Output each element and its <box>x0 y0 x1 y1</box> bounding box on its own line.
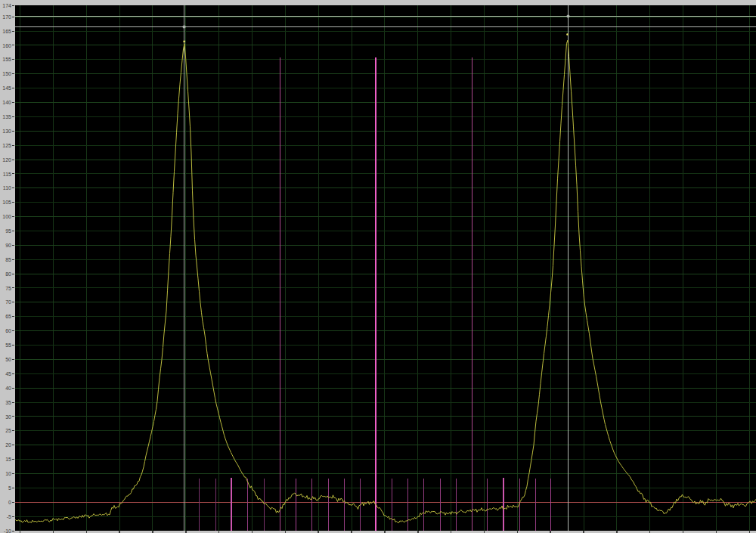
svg-text:45: 45 <box>5 371 11 377</box>
svg-text:174: 174 <box>2 3 11 8</box>
svg-text:65: 65 <box>5 314 11 319</box>
svg-text:-10: -10 <box>4 528 11 533</box>
svg-text:-5: -5 <box>7 514 11 519</box>
svg-text:135: 135 <box>2 114 11 119</box>
svg-text:165: 165 <box>2 29 11 34</box>
svg-text:160: 160 <box>2 43 11 48</box>
svg-text:100: 100 <box>2 214 11 219</box>
svg-text:140: 140 <box>2 100 11 105</box>
svg-text:80: 80 <box>5 271 11 277</box>
svg-text:30: 30 <box>5 414 11 420</box>
svg-text:0: 0 <box>8 500 11 505</box>
svg-text:130: 130 <box>2 129 11 134</box>
svg-text:150: 150 <box>2 71 11 76</box>
svg-text:125: 125 <box>2 143 11 148</box>
svg-text:15: 15 <box>5 457 11 462</box>
svg-text:95: 95 <box>5 228 11 234</box>
svg-text:20: 20 <box>5 442 11 448</box>
svg-text:60: 60 <box>5 328 11 333</box>
svg-text:170: 170 <box>2 14 11 20</box>
svg-text:85: 85 <box>5 257 11 262</box>
svg-text:50: 50 <box>5 357 11 362</box>
svg-text:25: 25 <box>5 428 11 433</box>
svg-text:10: 10 <box>5 471 11 476</box>
svg-text:35: 35 <box>5 400 11 405</box>
svg-text:120: 120 <box>2 157 11 163</box>
svg-text:145: 145 <box>2 85 11 91</box>
svg-text:90: 90 <box>5 243 11 248</box>
svg-text:155: 155 <box>2 57 11 62</box>
svg-text:115: 115 <box>3 172 11 177</box>
svg-text:105: 105 <box>2 200 11 205</box>
svg-text:55: 55 <box>5 342 11 348</box>
svg-text:40: 40 <box>5 386 11 391</box>
svg-text:110: 110 <box>3 185 11 191</box>
svg-text:75: 75 <box>5 286 11 291</box>
svg-text:70: 70 <box>5 299 11 305</box>
svg-text:5: 5 <box>8 485 11 491</box>
